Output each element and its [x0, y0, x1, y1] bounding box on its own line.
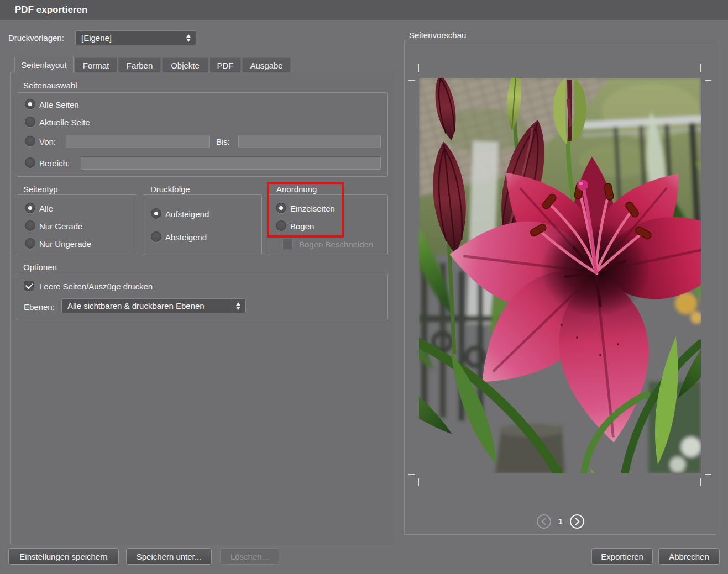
print-order-legend: Druckfolge [150, 185, 190, 194]
radio-all[interactable] [25, 203, 35, 213]
export-button[interactable]: Exportieren [591, 548, 653, 565]
tab-objekte[interactable]: Objekte [162, 57, 208, 72]
crop-mark [705, 474, 711, 475]
radio-descending-label: Absteigend [165, 233, 207, 242]
radio-even-only[interactable] [25, 220, 35, 231]
radio-ascending[interactable] [151, 208, 161, 219]
page-type-legend: Seitentyp [23, 185, 58, 194]
options-group: Leere Seiten/Auszüge drucken Ebenen: All… [17, 273, 388, 320]
crop-mark [418, 64, 419, 72]
preview-panel: 1 [404, 40, 717, 535]
tab-ausgabe[interactable]: Ausgabe [242, 57, 291, 72]
dropdown-arrows-icon [181, 31, 196, 45]
tab-farben[interactable]: Farben [118, 57, 161, 72]
radio-page-range[interactable] [25, 136, 35, 146]
dropdown-arrows-icon [231, 299, 245, 313]
options-legend: Optionen [23, 262, 57, 272]
page-selection-legend: Seitenauswahl [23, 81, 77, 90]
radio-ascending-label: Aufsteigend [165, 209, 209, 219]
crop-mark [408, 474, 415, 475]
page-preview-image [419, 78, 701, 473]
print-presets-select[interactable]: [Eigene] [75, 30, 196, 45]
tab-bar: Seitenlayout Format Farben Objekte PDF A… [14, 56, 292, 72]
print-blank-pages-label: Leere Seiten/Auszüge drucken [39, 282, 153, 291]
radio-descending[interactable] [151, 231, 161, 242]
radio-all-pages-label: Alle Seiten [39, 100, 79, 109]
page-selection-group: Alle Seiten Aktuelle Seite Von: Bis: Ber… [17, 92, 388, 177]
crop-mark [705, 80, 711, 81]
annotation-highlight-box [267, 182, 344, 238]
crop-mark [700, 478, 701, 486]
print-presets-label: Druckvorlagen: [8, 33, 64, 43]
radio-even-only-label: Nur Gerade [39, 222, 82, 231]
from-input[interactable] [66, 135, 210, 148]
dialog-title: PDF exportieren [15, 4, 87, 15]
layers-label: Ebenen: [24, 302, 55, 312]
radio-custom-range[interactable] [25, 157, 35, 168]
range-input[interactable] [81, 156, 381, 170]
tab-seitenlayout[interactable]: Seitenlayout [14, 56, 74, 73]
prev-page-icon[interactable] [536, 514, 552, 529]
tab-pdf[interactable]: PDF [210, 57, 241, 72]
save-settings-button[interactable]: Einstellungen speichern [8, 548, 119, 565]
radio-all-pages[interactable] [25, 99, 35, 109]
tab-format[interactable]: Format [75, 57, 117, 72]
preview-legend: Seitenvorschau [409, 30, 466, 40]
page-type-group: Alle Nur Gerade Nur Ungerade [17, 194, 137, 255]
radio-all-label: Alle [39, 204, 53, 213]
delete-button[interactable]: Löschen... [220, 548, 279, 565]
print-presets-value: [Eigene] [76, 33, 181, 43]
print-blank-pages-checkbox[interactable] [24, 281, 34, 291]
pdf-export-dialog: PDF exportieren Druckvorlagen: [Eigene] … [0, 0, 728, 574]
range-label: Bereich: [39, 159, 70, 168]
print-order-group: Aufsteigend Absteigend [143, 194, 262, 255]
to-label: Bis: [216, 137, 230, 146]
layers-value: Alle sichtbaren & druckbaren Ebenen [62, 301, 231, 310]
save-as-button[interactable]: Speichern unter... [126, 548, 212, 565]
radio-current-page-label: Aktuelle Seite [39, 118, 90, 127]
title-bar: PDF exportieren [0, 0, 728, 20]
next-page-icon[interactable] [569, 514, 585, 529]
crop-mark [408, 80, 415, 81]
to-input[interactable] [238, 135, 381, 148]
from-label: Von: [39, 137, 56, 146]
crop-mark [700, 64, 701, 72]
crop-mark [418, 478, 419, 486]
trim-sheet-checkbox[interactable] [282, 239, 293, 249]
radio-current-page[interactable] [25, 117, 35, 127]
layers-select[interactable]: Alle sichtbaren & druckbaren Ebenen [61, 298, 246, 313]
radio-odd-only[interactable] [25, 238, 35, 249]
trim-sheet-checkbox-label: Bogen Beschneiden [299, 240, 373, 249]
radio-odd-only-label: Nur Ungerade [39, 239, 91, 249]
page-number: 1 [555, 517, 566, 526]
cancel-button[interactable]: Abbrechen [658, 548, 720, 565]
